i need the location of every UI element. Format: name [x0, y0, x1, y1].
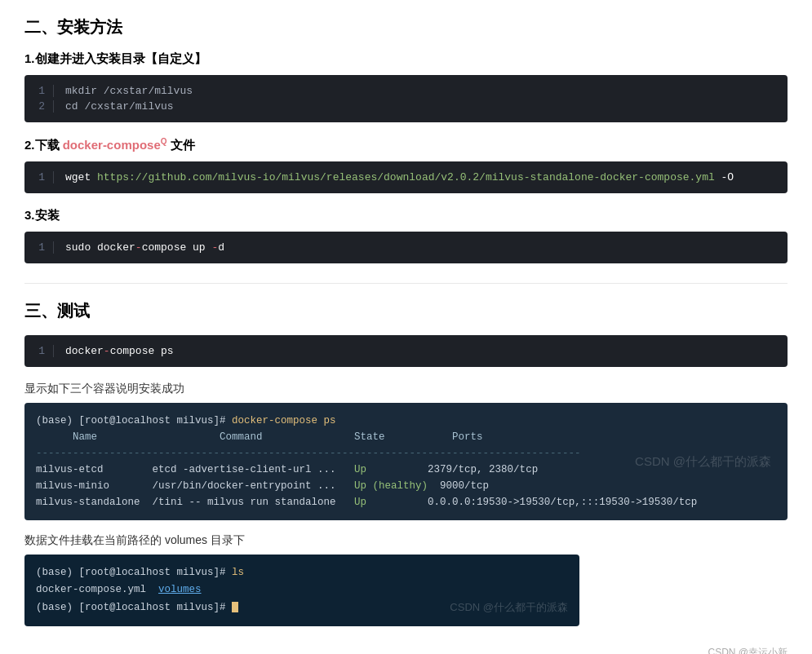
terminal-ps-output: (base) [root@localhost milvus]# docker-c…: [24, 403, 788, 520]
code-line-2: 2 cd /cxstar/milvus: [24, 99, 788, 114]
section3: 三、测试 1 docker-compose ps 显示如下三个容器说明安装成功 …: [24, 300, 788, 626]
terminal-row-standalone: milvus-standalone /tini -- milvus run st…: [36, 494, 776, 510]
code-block-wget: 1 wget https://github.com/milvus-io/milv…: [24, 161, 788, 193]
code-block-install: 1 sudo docker-compose up -d: [24, 232, 788, 263]
description1: 显示如下三个容器说明安装成功: [24, 382, 788, 396]
docker-compose-link[interactable]: docker-compose: [63, 138, 161, 152]
line-num-1: 1: [34, 85, 54, 97]
terminal-separator-row: ----------------------------------------…: [36, 445, 776, 462]
sub2-title: 2.下载 docker-composeQ 文件: [24, 137, 788, 153]
terminal2-watermark: CSDN @什么都干的派森: [450, 600, 568, 615]
code-line-wget: 1 wget https://github.com/milvus-io/milv…: [24, 170, 788, 185]
line-num-ps: 1: [34, 345, 54, 357]
terminal-header-row: Name Command State Ports: [36, 429, 776, 445]
footer-watermark: CSDN @幸运小新: [24, 646, 788, 654]
sub3-title: 3.安装: [24, 208, 788, 223]
code-block-mkdir: 1 mkdir /cxstar/milvus 2 cd /cxstar/milv…: [24, 75, 788, 122]
terminal2-line2: docker-compose.yml volumes: [36, 581, 568, 599]
line-code-wget: wget https://github.com/milvus-io/milvus…: [65, 171, 734, 183]
terminal-prompt-line: (base) [root@localhost milvus]# docker-c…: [36, 413, 776, 429]
line-num-wget: 1: [34, 171, 54, 183]
section3-title: 三、测试: [24, 300, 788, 322]
description2: 数据文件挂载在当前路径的 volumes 目录下: [24, 533, 788, 548]
line-code-install: sudo docker-compose up -d: [65, 241, 224, 254]
line-num-install: 1: [34, 241, 54, 254]
terminal-row-etcd: milvus-etcd etcd -advertise-client-url .…: [36, 462, 776, 478]
sub2-suffix: 文件: [167, 138, 195, 152]
terminal2-line1: (base) [root@localhost milvus]# ls: [36, 564, 568, 581]
terminal-ls-output: (base) [root@localhost milvus]# ls docke…: [24, 555, 579, 626]
code-block-ps: 1 docker-compose ps: [24, 335, 788, 367]
cursor-blink: [232, 602, 238, 612]
code-line-install: 1 sudo docker-compose up -d: [24, 240, 788, 255]
line-code-1: mkdir /cxstar/milvus: [65, 85, 193, 97]
section-separator: [24, 283, 788, 284]
section2: 二、安装方法 1.创建并进入安装目录【自定义】 1 mkdir /cxstar/…: [24, 16, 788, 263]
line-num-2: 2: [34, 100, 54, 113]
code-line-ps: 1 docker-compose ps: [24, 343, 788, 359]
search-icon: Q: [161, 137, 167, 146]
sub2-prefix: 2.下载: [24, 138, 63, 152]
sub1-title: 1.创建并进入安装目录【自定义】: [24, 51, 788, 67]
code-line-1: 1 mkdir /cxstar/milvus: [24, 83, 788, 99]
section2-title: 二、安装方法: [24, 16, 788, 38]
line-code-2: cd /cxstar/milvus: [65, 100, 174, 113]
terminal-row-minio: milvus-minio /usr/bin/docker-entrypoint …: [36, 478, 776, 494]
line-code-ps: docker-compose ps: [65, 345, 174, 357]
